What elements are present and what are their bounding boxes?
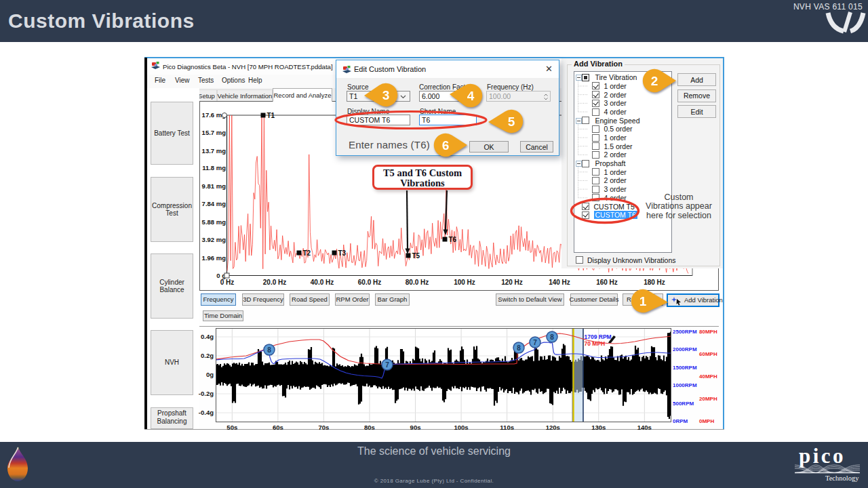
tab-record-and-analyze[interactable]: Record and Analyze	[273, 88, 332, 102]
callout-balloon-3[interactable]	[364, 83, 397, 106]
callout-number-4: 4	[467, 89, 475, 103]
callout-balloon-5[interactable]	[488, 110, 523, 133]
callout-2: 2	[643, 69, 676, 92]
callout-3: 3	[364, 83, 397, 106]
footer-tagline: The science of vehicle servicing	[0, 445, 868, 458]
callout-1: 1	[631, 289, 668, 312]
callout-number-2: 2	[651, 74, 658, 88]
callout-5: 5	[488, 110, 523, 133]
pico-logo-word: pico	[799, 444, 846, 468]
slide: Custom Vibrations NVH VAS 611 015 Pico D…	[0, 0, 868, 488]
callout-balloon-4[interactable]	[450, 84, 482, 107]
red-ellipse-custom	[572, 199, 639, 223]
annotation-overlay: 123456	[0, 0, 868, 488]
callout-4: 4	[450, 84, 482, 107]
footer-copyright: © 2018 Garage Lube (Pty) Ltd - Confident…	[0, 478, 868, 484]
red-ellipse-dialog	[336, 112, 486, 129]
callout-balloon-1[interactable]	[631, 289, 668, 312]
callout-number-3: 3	[382, 88, 390, 102]
pico-logo-sub: Technology	[825, 474, 859, 482]
garage-lube-logo	[5, 446, 33, 484]
callout-balloon-6[interactable]	[434, 134, 467, 157]
callout-number-1: 1	[639, 294, 647, 308]
callout-balloon-2[interactable]	[643, 69, 676, 92]
callout-number-6: 6	[442, 138, 450, 152]
callout-6: 6	[434, 134, 467, 157]
pico-logo: pico Technology	[793, 445, 861, 485]
callout-number-5: 5	[508, 115, 515, 129]
